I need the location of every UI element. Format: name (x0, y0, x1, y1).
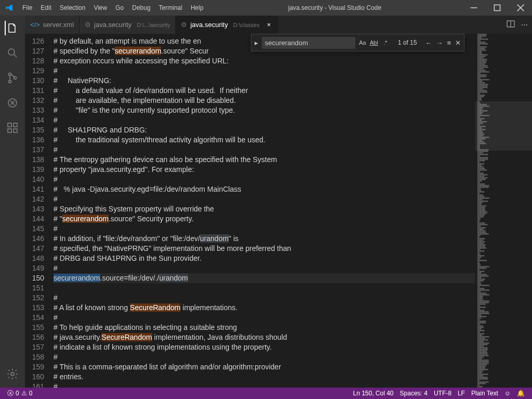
more-icon[interactable]: ⋯ (521, 21, 528, 29)
source-control-icon[interactable] (5, 71, 20, 85)
tab-path: D:\...\security (137, 22, 170, 28)
error-icon: ⓧ (7, 389, 14, 398)
svg-point-4 (14, 77, 17, 79)
split-editor-icon[interactable] (507, 20, 515, 30)
close-icon[interactable]: × (264, 21, 273, 29)
explorer-icon[interactable] (5, 21, 19, 35)
menu-edit[interactable]: Edit (36, 4, 56, 11)
feedback-icon[interactable]: ☺ (501, 390, 514, 397)
minimize-button[interactable] (462, 0, 485, 16)
status-cursor[interactable]: Ln 150, Col 40 (350, 390, 396, 397)
status-indent[interactable]: Spaces: 4 (397, 390, 431, 397)
status-eol[interactable]: LF (455, 390, 468, 397)
menu-file[interactable]: File (18, 4, 36, 11)
window-title: java.security - Visual Studio Code (208, 4, 462, 11)
notifications-icon[interactable]: 🔔 (514, 390, 528, 397)
status-language[interactable]: Plain Text (468, 390, 501, 397)
tab-label: server.xml (43, 21, 74, 29)
tab-label: java.security (190, 21, 228, 29)
svg-point-1 (8, 49, 15, 55)
tab-java-security-1[interactable]: ⚙ java.security D:\...\security (79, 16, 176, 34)
svg-point-3 (9, 81, 11, 83)
minimap-viewport[interactable] (475, 101, 532, 151)
prev-match-icon[interactable]: ← (425, 39, 432, 47)
settings-gear-icon[interactable] (5, 367, 20, 381)
svg-rect-0 (494, 5, 500, 10)
status-bar: ⓧ0 ⚠0 Ln 150, Col 40 Spaces: 4 UTF-8 LF … (0, 388, 532, 399)
svg-point-10 (11, 373, 14, 376)
code-area[interactable]: # by default, an attempt is made to use … (54, 34, 475, 388)
find-input[interactable] (262, 37, 355, 49)
debug-icon[interactable] (5, 96, 20, 110)
maximize-button[interactable] (485, 0, 509, 16)
whole-word-icon[interactable]: Abl (369, 37, 379, 48)
menu-help[interactable]: Help (187, 4, 208, 11)
minimap[interactable]: ███████████████ ██████████████ ███████ █… (475, 34, 532, 388)
match-case-icon[interactable]: Aa (357, 37, 368, 48)
expand-replace-icon[interactable]: ▸ (251, 39, 262, 47)
title-bar: File Edit Selection View Go Debug Termin… (0, 0, 532, 16)
file-icon: </> (30, 21, 40, 29)
menu-debug[interactable]: Debug (128, 4, 154, 11)
tab-path: D:\classes (233, 22, 260, 28)
tab-bar: </> server.xml ⚙ java.security D:\...\se… (25, 16, 532, 34)
match-count: 1 of 15 (393, 39, 422, 46)
menu-selection[interactable]: Selection (56, 4, 89, 11)
vscode-icon (0, 4, 18, 12)
svg-rect-8 (14, 129, 17, 132)
extensions-icon[interactable] (5, 121, 20, 135)
gear-icon: ⚙ (85, 21, 91, 29)
tab-server-xml[interactable]: </> server.xml (25, 16, 79, 34)
svg-rect-9 (14, 123, 17, 127)
activity-bar (0, 16, 25, 388)
search-icon[interactable] (5, 46, 20, 60)
svg-point-2 (9, 73, 11, 76)
warning-icon: ⚠ (21, 390, 27, 397)
next-match-icon[interactable]: → (436, 39, 443, 47)
svg-rect-6 (8, 123, 11, 127)
menu-terminal[interactable]: Terminal (155, 4, 187, 11)
menu-bar: File Edit Selection View Go Debug Termin… (18, 4, 208, 11)
menu-go[interactable]: Go (111, 4, 128, 11)
gear-icon: ⚙ (181, 21, 187, 29)
regex-icon[interactable]: .* (380, 37, 391, 48)
status-problems[interactable]: ⓧ0 ⚠0 (4, 389, 35, 398)
find-in-selection-icon[interactable]: ≡ (447, 39, 451, 47)
find-widget: ▸ Aa Abl .* 1 of 15 ← → ≡ ✕ (251, 34, 464, 51)
svg-rect-7 (8, 129, 11, 132)
line-gutter: 1261271281291301311321331341351361371381… (25, 34, 54, 388)
menu-view[interactable]: View (89, 4, 111, 11)
tab-label: java.security (94, 21, 131, 29)
tab-java-security-2[interactable]: ⚙ java.security D:\classes × (176, 16, 278, 34)
close-find-icon[interactable]: ✕ (455, 39, 461, 47)
close-button[interactable] (509, 0, 532, 16)
status-encoding[interactable]: UTF-8 (431, 390, 455, 397)
